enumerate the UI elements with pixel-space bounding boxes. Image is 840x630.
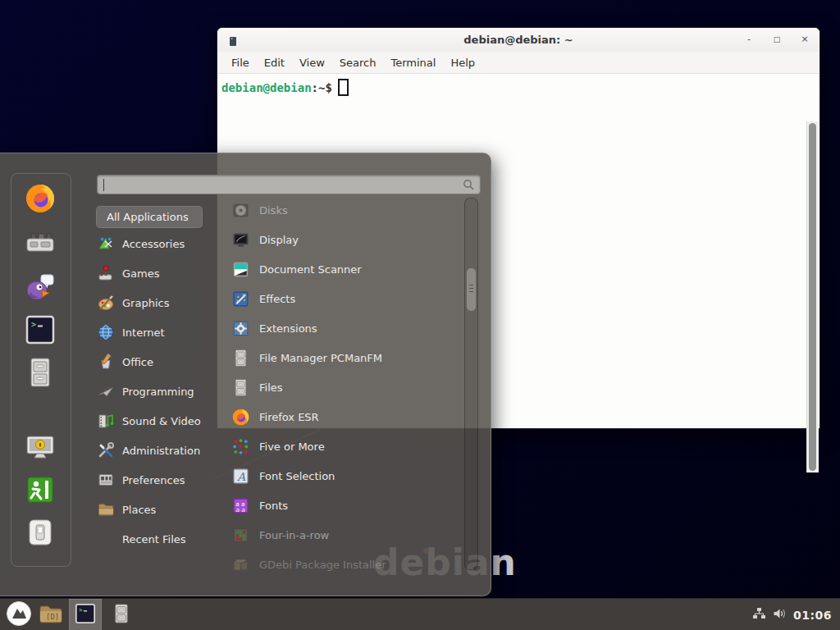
app-item-font-selection[interactable]: A Font Selection [231,461,459,491]
category-internet[interactable]: Internet [97,317,228,347]
app-item-file-manager-pcmanfm[interactable]: File Manager PCManFM [231,343,459,372]
category-label: Accessories [122,238,185,250]
four-in-a-row-icon [231,526,250,545]
category-sound-video[interactable]: Sound & Video [97,406,228,436]
app-item-label: File Manager PCManFM [259,352,382,364]
menu-scrollbar-thumb[interactable] [466,267,477,312]
menu-scrollbar[interactable] [464,198,478,570]
network-icon[interactable] [752,607,766,623]
disks-icon [231,201,250,220]
category-programming[interactable]: Programming [97,377,228,406]
app-item-label: Files [259,381,283,394]
accessories-icon [97,235,115,253]
category-graphics[interactable]: Graphics [97,288,228,317]
terminal-scrollbar[interactable] [806,121,819,472]
category-office[interactable]: Office [97,347,228,377]
favorite-terminal-button[interactable]: > [22,313,58,349]
category-administration[interactable]: Administration [97,436,228,465]
terminal-icon: > [74,602,97,628]
svg-text:A: A [236,469,246,482]
gdebi-icon [231,555,250,574]
menu-search-field[interactable] [97,175,481,194]
app-item-label: Fonts [259,500,288,512]
terminal-task-button[interactable]: > [69,599,102,630]
favorite-control-center-button[interactable] [22,226,58,262]
firefox-icon [231,408,250,427]
shell-prompt: debian@debian:~$ [221,79,349,96]
control-center-icon [24,226,57,262]
app-item-gdebi-package-installer[interactable]: GDebi Package Installer [231,550,459,579]
file-manager-launcher[interactable]: [D] [38,603,64,628]
app-item-label: Five or More [259,441,325,453]
shut-down-button[interactable] [22,516,58,552]
graphics-icon [97,294,115,312]
terminal-scrollbar-thumb[interactable] [809,123,816,471]
category-label: Games [122,267,159,280]
app-item-label: Document Scanner [259,263,362,276]
file-cabinet-icon [231,378,250,397]
app-item-document-scanner[interactable]: Document Scanner [231,254,459,284]
terminal-cursor [338,79,349,96]
favorite-firefox-button[interactable] [22,182,58,218]
applications-menu-button[interactable] [5,601,33,629]
preferences-icon [97,471,115,489]
category-accessories[interactable]: Accessories [97,229,228,258]
category-games[interactable]: Games [97,258,228,288]
terminal-icon: > [24,313,57,349]
maximize-button[interactable]: □ [769,31,785,48]
category-label: Administration [122,445,200,457]
fonts-icon: a a a a [231,496,250,515]
menu-file[interactable]: File [224,53,257,72]
category-label: Graphics [122,297,169,309]
app-item-label: GDebi Package Installer [259,559,386,571]
menu-terminal[interactable]: Terminal [383,53,443,72]
category-label: Preferences [122,474,185,486]
files-launcher[interactable] [108,602,135,628]
app-item-five-or-more[interactable]: Five or More [231,431,459,461]
app-item-firefox-esr[interactable]: Firefox ESR [231,402,459,431]
firefox-icon [24,182,57,218]
taskbar-status-area: 01:06 [752,599,840,630]
app-item-fonts[interactable]: a a a a Fonts [231,491,459,520]
category-recent-files[interactable]: Recent Files [97,524,228,554]
app-item-effects[interactable]: Effects [231,284,459,313]
app-item-label: Display [259,234,299,246]
category-preferences[interactable]: Preferences [97,465,228,495]
app-item-files[interactable]: Files [231,372,459,402]
minimize-button[interactable]: - [741,31,757,48]
app-item-extensions[interactable]: Extensions [231,313,459,343]
app-item-display[interactable]: Display [231,225,459,254]
taskbar-clock[interactable]: 01:06 [793,609,832,622]
file-cabinet-icon [24,356,57,392]
terminal-titlebar[interactable]: debian@debian: ~ - □ × [217,28,819,52]
category-label: Office [122,356,153,368]
terminal-menubar: File Edit View Search Terminal Help [217,52,819,74]
lock-screen-icon [24,431,57,467]
places-icon [97,500,115,518]
desktop: debian debian@debian: ~ - □ × File Edit … [0,0,840,630]
category-places[interactable]: Places [97,495,228,524]
favorite-pidgin-button[interactable] [22,270,58,306]
app-item-label: Font Selection [259,470,335,482]
volume-icon[interactable] [773,607,787,623]
extensions-icon [231,319,250,338]
menu-view[interactable]: View [292,53,332,72]
app-item-disks[interactable]: Disks [231,195,459,225]
log-out-icon [24,473,57,509]
application-menu: > [0,153,491,596]
sound-video-icon [97,412,115,430]
search-input[interactable] [103,177,450,194]
category-label: All Applications [107,211,189,223]
menu-edit[interactable]: Edit [257,53,292,72]
category-label: Internet [122,326,165,339]
app-item-label: Disks [259,204,288,217]
category-all-applications[interactable]: All Applications [96,206,203,228]
programming-icon [97,382,115,400]
app-item-four-in-a-row[interactable]: Four-in-a-row [231,520,459,550]
menu-help[interactable]: Help [443,53,482,72]
log-out-button[interactable] [22,473,58,509]
lock-screen-button[interactable] [22,431,58,467]
favorite-files-button[interactable] [22,356,58,392]
menu-search[interactable]: Search [332,53,384,72]
close-button[interactable]: × [797,31,813,48]
